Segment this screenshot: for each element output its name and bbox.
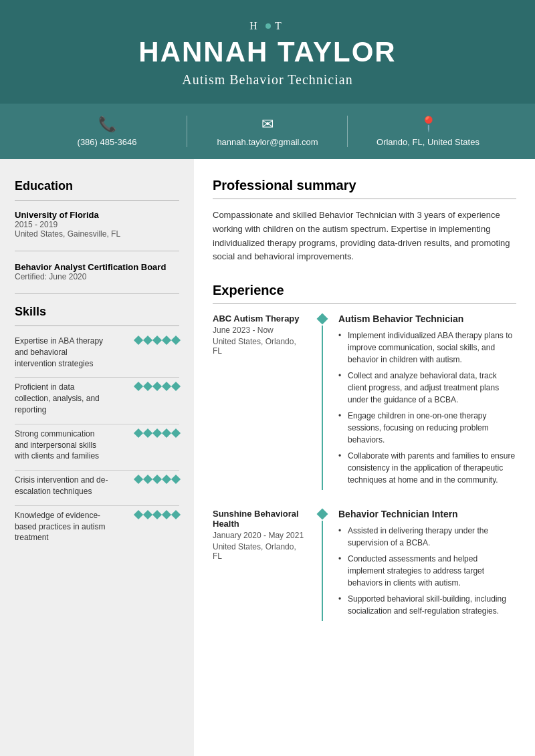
dot [143, 382, 152, 391]
location-icon: 📍 [419, 116, 437, 133]
edu-dates-1: Certified: June 2020 [15, 272, 179, 281]
skill-item-0: Expertise in ABA therapy and behavioral … [15, 336, 179, 378]
exp-title-0: Autism Behavior Technician [338, 313, 516, 324]
dot [143, 336, 152, 345]
exp-line-0 [322, 326, 323, 490]
summary-divider [213, 199, 516, 199]
skill-item-2: Strong communication and interpersonal s… [15, 428, 179, 471]
exp-company-0: ABC Autism Therapy [213, 313, 306, 324]
exp-location-1: United States, Orlando, FL [213, 542, 306, 561]
skill-dots-1 [135, 383, 179, 390]
body-section: Education University of Florida 2015 - 2… [0, 159, 535, 756]
dot [162, 475, 171, 484]
dot [134, 382, 143, 391]
skill-text-1: Proficient in data collection, analysis,… [15, 382, 108, 415]
summary-title: Professional summary [213, 178, 516, 193]
dot [162, 382, 171, 391]
dot [134, 475, 143, 484]
skills-divider [15, 326, 179, 326]
bullet-1-0: Assisted in delivering therapy under the… [338, 525, 516, 549]
bullet-0-3: Collaborate with parents and families to… [338, 450, 516, 486]
skill-text-4: Knowledge of evidence-based practices in… [15, 510, 108, 543]
contact-email: ✉ hannah.taylor@gmail.com [187, 116, 348, 147]
skill-item-3: Crisis intervention and de-escalation te… [15, 475, 179, 506]
dot [134, 336, 143, 345]
monogram-h: H [249, 20, 261, 32]
location-text: Orlando, FL, United States [377, 137, 479, 147]
skill-item-4: Knowledge of evidence-based practices in… [15, 510, 179, 551]
edu-name-1: Behavior Analyst Certification Board [15, 262, 179, 272]
dot [152, 510, 162, 519]
summary-text: Compassionate and skilled Behavior Techn… [213, 209, 516, 264]
exp-item-0: ABC Autism Therapy June 2023 - Now Unite… [213, 313, 516, 490]
dot [171, 510, 181, 519]
skill-dots-0 [135, 337, 179, 344]
exp-connector-1 [313, 509, 332, 621]
dot [143, 510, 152, 519]
skills-title: Skills [15, 305, 179, 319]
exp-diamond-1 [317, 509, 328, 520]
bullet-0-2: Engage children in one-on-one therapy se… [338, 410, 516, 446]
dot [162, 336, 171, 345]
email-icon: ✉ [261, 116, 274, 133]
contact-phone: 📞 (386) 485-3646 [27, 116, 187, 147]
exp-left-0: ABC Autism Therapy June 2023 - Now Unite… [213, 313, 313, 490]
resume-container: H T HANNAH TAYLOR Autism Behavior Techni… [0, 0, 535, 756]
dot [162, 510, 171, 519]
dot [134, 510, 143, 519]
dot [171, 428, 181, 438]
exp-title-1: Behavior Technician Intern [338, 509, 516, 519]
skill-text-3: Crisis intervention and de-escalation te… [15, 475, 108, 497]
exp-company-1: Sunshine Behavioral Health [213, 509, 306, 529]
edu-name-0: University of Florida [15, 210, 179, 220]
experience-title: Experience [213, 283, 516, 298]
exp-date-1: January 2020 - May 2021 [213, 531, 306, 540]
monogram: H T [13, 20, 522, 32]
exp-right-0: Autism Behavior Technician Implement ind… [332, 313, 516, 490]
dot [171, 336, 181, 345]
edu-loc-0: United States, Gainesville, FL [15, 229, 179, 239]
exp-bullets-1: Assisted in delivering therapy under the… [338, 525, 516, 617]
education-title: Education [15, 179, 179, 193]
left-column: Education University of Florida 2015 - 2… [0, 159, 194, 756]
dot [143, 475, 152, 484]
summary-section: Professional summary Compassionate and s… [213, 178, 516, 264]
exp-item-1: Sunshine Behavioral Health January 2020 … [213, 509, 516, 621]
right-column: Professional summary Compassionate and s… [194, 159, 535, 756]
skill-text-2: Strong communication and interpersonal s… [15, 428, 108, 462]
education-section: Education University of Florida 2015 - 2… [15, 179, 179, 281]
dot [171, 475, 181, 484]
phone-text: (386) 485-3646 [78, 137, 137, 147]
edu-inner-divider [15, 251, 179, 251]
bullet-1-2: Supported behavioral skill-building, inc… [338, 593, 516, 617]
edu-entry-0: University of Florida 2015 - 2019 United… [15, 210, 179, 239]
dot [152, 336, 162, 345]
dot [152, 382, 162, 391]
contact-location: 📍 Orlando, FL, United States [348, 116, 508, 147]
exp-date-0: June 2023 - Now [213, 326, 306, 335]
exp-left-1: Sunshine Behavioral Health January 2020 … [213, 509, 313, 621]
contact-bar: 📞 (386) 485-3646 ✉ hannah.taylor@gmail.c… [0, 104, 535, 159]
full-name: HANNAH TAYLOR [13, 36, 522, 68]
skill-dots-3 [135, 476, 179, 483]
monogram-t: T [275, 20, 286, 32]
education-divider [15, 200, 179, 201]
skill-dots-2 [135, 430, 179, 436]
header-section: H T HANNAH TAYLOR Autism Behavior Techni… [0, 0, 535, 104]
dot [152, 428, 162, 438]
skill-dots-4 [135, 511, 179, 518]
exp-bullets-0: Implement individualized ABA therapy pla… [338, 330, 516, 486]
dot [143, 428, 152, 438]
bullet-0-1: Collect and analyze behavioral data, tra… [338, 370, 516, 406]
edu-dates-0: 2015 - 2019 [15, 220, 179, 229]
exp-connector-0 [313, 313, 332, 490]
experience-divider [213, 303, 516, 304]
email-text: hannah.taylor@gmail.com [217, 137, 318, 147]
exp-diamond-0 [317, 313, 328, 325]
dot [152, 475, 162, 484]
experience-section: Experience ABC Autism Therapy June 2023 … [213, 283, 516, 621]
edu-entry-1: Behavior Analyst Certification Board Cer… [15, 262, 179, 281]
bullet-1-1: Conducted assessments and helped impleme… [338, 553, 516, 589]
skills-top-divider [15, 293, 179, 294]
skill-item-1: Proficient in data collection, analysis,… [15, 382, 179, 424]
